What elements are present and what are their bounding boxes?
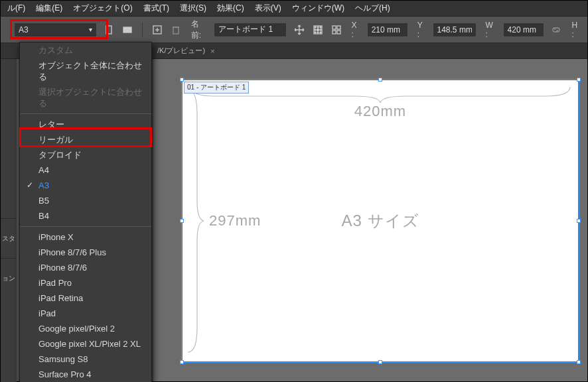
svg-point-15	[317, 32, 319, 33]
preset-option[interactable]: iPad Pro	[20, 275, 151, 290]
x-label: X :	[352, 21, 360, 39]
dropdown-separator	[20, 113, 151, 114]
svg-point-12	[317, 29, 319, 31]
svg-rect-18	[337, 26, 340, 29]
preset-option[interactable]: Surface Pro 4	[20, 367, 151, 382]
menu-select[interactable]: 選択(S)	[176, 1, 210, 16]
preset-option[interactable]: Google pixel XL/Pixel 2 XL	[20, 336, 151, 351]
preset-option[interactable]: Samsung S8	[20, 351, 151, 367]
artboard-width-label: 420mm	[354, 103, 406, 120]
menu-effect[interactable]: 効果(C)	[213, 1, 248, 16]
svg-point-11	[315, 29, 316, 31]
delete-artboard-icon[interactable]	[170, 23, 182, 36]
svg-point-8	[315, 27, 316, 28]
menu-object[interactable]: オブジェクト(O)	[69, 1, 136, 16]
orientation-landscape-icon[interactable]	[121, 23, 133, 36]
link-icon[interactable]	[551, 23, 563, 36]
y-input[interactable]	[433, 23, 477, 37]
left-panel-strip: スタ ョン	[1, 59, 17, 382]
preset-option[interactable]: タブロイド	[20, 147, 151, 162]
reference-point-icon[interactable]	[312, 23, 324, 36]
preset-option[interactable]: A3	[20, 178, 151, 193]
svg-rect-5	[173, 27, 179, 34]
svg-point-13	[320, 29, 321, 31]
y-label: Y :	[417, 21, 426, 39]
svg-rect-0	[106, 26, 111, 34]
svg-point-9	[317, 27, 319, 28]
orientation-portrait-icon[interactable]	[104, 23, 115, 36]
preset-option[interactable]: B4	[20, 208, 151, 223]
menu-window[interactable]: ウィンドウ(W)	[288, 1, 348, 16]
h-label: H :	[571, 21, 581, 39]
dropdown-separator	[20, 226, 151, 227]
move-artwork-icon[interactable]	[293, 23, 305, 36]
svg-rect-20	[337, 31, 340, 34]
chevron-down-icon: ▾	[89, 26, 92, 33]
document-tab-title: /K/プレビュー)	[157, 46, 205, 56]
preset-option[interactable]: オブジェクト全体に合わせる	[20, 58, 151, 84]
new-artboard-icon[interactable]	[151, 23, 163, 36]
preset-dropdown[interactable]: カスタムオブジェクト全体に合わせる選択オブジェクトに合わせるレターリーガルタブロ…	[19, 42, 152, 382]
preset-option[interactable]: iPad	[20, 306, 151, 321]
menu-bar: ル(F) 編集(E) オブジェクト(O) 書式(T) 選択(S) 効果(C) 表…	[1, 1, 587, 17]
options-bar: A3 ▾ 名前: X : Y : W :	[1, 17, 587, 43]
preset-option[interactable]: Google pixel/Pixel 2	[20, 321, 151, 336]
close-icon[interactable]: ×	[210, 47, 214, 55]
svg-point-10	[320, 27, 321, 28]
svg-rect-19	[332, 31, 336, 34]
preset-select[interactable]: A3 ▾	[14, 23, 97, 37]
preset-option[interactable]: iPhone 8/7/6 Plus	[20, 245, 151, 260]
preset-option[interactable]: iPad Retina	[20, 290, 151, 306]
preset-option[interactable]: iPhone 8/7/6	[20, 260, 151, 275]
panel-tab-1[interactable]: スタ	[1, 218, 17, 258]
artboard[interactable]: 01 - アートボード 1 420mm 297mm A3 サイズ	[183, 80, 578, 361]
preset-value: A3	[19, 25, 29, 34]
canvas-area[interactable]: 01 - アートボード 1 420mm 297mm A3 サイズ	[153, 59, 587, 381]
menu-type[interactable]: 書式(T)	[139, 1, 173, 16]
svg-point-16	[320, 32, 321, 33]
menu-help[interactable]: ヘルプ(H)	[351, 1, 394, 16]
artboard-options-icon[interactable]	[331, 23, 342, 36]
separator	[142, 23, 143, 37]
menu-file[interactable]: ル(F)	[3, 1, 29, 16]
artboard-surface: 01 - アートボード 1 420mm 297mm A3 サイズ	[183, 80, 578, 361]
w-label: W :	[486, 21, 496, 39]
artboard-center-label: A3 サイズ	[341, 210, 419, 231]
menu-edit[interactable]: 編集(E)	[32, 1, 66, 16]
preset-option[interactable]: レター	[20, 117, 151, 132]
artboard-height-label: 297mm	[209, 212, 261, 229]
svg-point-14	[315, 32, 316, 33]
preset-option[interactable]: B5	[20, 193, 151, 208]
menu-view[interactable]: 表示(V)	[251, 1, 285, 16]
preset-option: カスタム	[20, 42, 151, 58]
x-input[interactable]	[367, 23, 408, 37]
brace-left-icon	[185, 88, 205, 353]
preset-option[interactable]: リーガル	[20, 132, 151, 147]
preset-option[interactable]: A4	[20, 162, 151, 178]
document-tab[interactable]: /K/プレビュー) ×	[153, 44, 219, 58]
preset-option[interactable]: iPhone X	[20, 229, 151, 245]
preset-option: 選択オブジェクトに合わせる	[20, 84, 151, 111]
panel-tab-2[interactable]: ョン	[1, 258, 17, 298]
svg-rect-17	[332, 26, 336, 29]
artboard-badge: 01 - アートボード 1	[184, 82, 249, 94]
artboard-name-input[interactable]	[214, 23, 287, 37]
w-input[interactable]	[503, 23, 544, 37]
name-label: 名前:	[191, 19, 207, 41]
svg-rect-1	[123, 27, 131, 32]
